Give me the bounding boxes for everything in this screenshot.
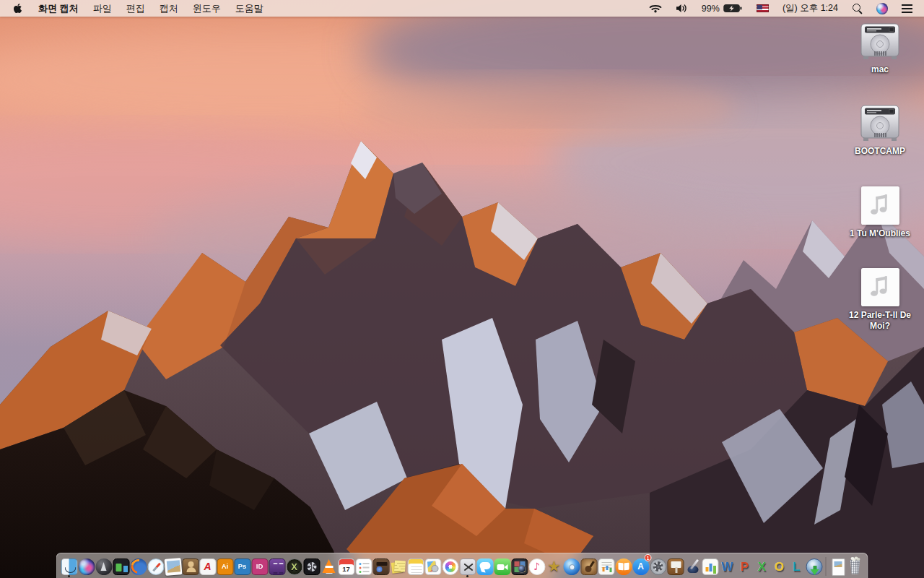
safari[interactable]	[147, 556, 165, 577]
numbers[interactable]	[702, 556, 719, 577]
document-file-icon	[829, 558, 846, 575]
outlook[interactable]: O	[771, 556, 788, 577]
toast-titanium-icon	[269, 558, 285, 575]
spotlight-icon	[852, 3, 863, 14]
vlc[interactable]	[321, 556, 338, 577]
lync[interactable]: L	[788, 556, 806, 577]
siri-icon	[876, 3, 888, 14]
x-media-app[interactable]: X	[286, 556, 303, 577]
input-language-us[interactable]	[752, 0, 773, 17]
print-shop-app[interactable]	[424, 556, 442, 577]
calendar-glyph: 17	[339, 559, 354, 574]
outlook-glyph: O	[771, 558, 788, 575]
spotlight-button[interactable]	[847, 0, 867, 17]
app-store-badge: 1	[645, 554, 652, 561]
documents-stack-app[interactable]	[598, 556, 615, 577]
turbo-encoder-app-icon	[303, 558, 320, 575]
turbo-encoder-app[interactable]	[303, 556, 321, 577]
desktop-icon-audio-file-1[interactable]: 1 Tu M'Oublies	[840, 186, 920, 268]
photoshop[interactable]: Ps	[234, 556, 251, 577]
desktop-icon-audio-file-12[interactable]: 12 Parle-T-Il De Moi?	[840, 268, 920, 350]
menu-편집[interactable]: 편집	[119, 0, 152, 17]
print-shop-app-icon	[424, 558, 441, 575]
indesign-glyph: ID	[252, 559, 267, 574]
battery-status[interactable]: 99%	[697, 0, 747, 17]
illustrator-glyph: Ai	[217, 559, 232, 574]
siri[interactable]	[78, 556, 95, 577]
lync-icon: L	[788, 558, 805, 575]
apple-logo-icon	[13, 3, 22, 14]
contacts[interactable]	[182, 556, 199, 577]
illustrator[interactable]: Ai	[217, 556, 234, 577]
notification-center-button[interactable]	[897, 0, 917, 17]
desktop-icon-bootcamp[interactable]: BOOTCAMP	[840, 105, 920, 186]
ibooks[interactable]	[615, 556, 632, 577]
audio-file-icon	[861, 268, 899, 306]
stickies-icon	[390, 558, 406, 575]
notes[interactable]	[407, 556, 424, 577]
keynote[interactable]	[667, 556, 684, 577]
menu-파일[interactable]: 파일	[86, 0, 119, 17]
volume-icon[interactable]	[671, 0, 692, 17]
apple-menu[interactable]	[7, 3, 31, 14]
indesign-icon: ID	[251, 558, 268, 575]
calendar[interactable]: 17	[338, 556, 355, 577]
document-file[interactable]	[829, 556, 847, 577]
acrobat-reader[interactable]: A	[199, 556, 217, 577]
print-box-app-icon	[372, 558, 389, 575]
siri-button[interactable]	[872, 0, 892, 17]
messages-icon	[476, 558, 493, 575]
audio-file-icon	[861, 186, 899, 225]
grab-screen-capture[interactable]	[459, 556, 476, 577]
itunes[interactable]: ♪	[528, 556, 546, 577]
finder-icon	[61, 558, 77, 575]
window-tiles-app[interactable]	[113, 556, 130, 577]
powerpoint[interactable]: P	[736, 556, 754, 577]
photos[interactable]	[442, 556, 459, 577]
excel[interactable]: X	[754, 556, 771, 577]
word[interactable]: W	[719, 556, 736, 577]
garageband[interactable]	[580, 556, 598, 577]
reminders[interactable]	[355, 556, 372, 577]
menu-윈도우[interactable]: 윈도우	[186, 0, 228, 17]
notification-center-icon	[902, 4, 912, 13]
web-download-app[interactable]	[806, 556, 823, 577]
photo-booth[interactable]	[511, 556, 528, 577]
preview[interactable]	[165, 556, 182, 577]
menu-bar-status: 99% (일) 오후 1:24	[645, 0, 917, 17]
system-preferences-icon	[650, 558, 666, 575]
documents-stack-app-icon	[598, 558, 614, 575]
menu-app-name[interactable]: 화면 캡처	[31, 0, 86, 17]
word-glyph: W	[719, 558, 736, 575]
stickies[interactable]	[390, 556, 407, 577]
facetime[interactable]	[494, 556, 511, 577]
keynote-icon	[667, 558, 684, 575]
menu-캡처[interactable]: 캡처	[152, 0, 186, 17]
system-preferences[interactable]	[650, 556, 667, 577]
excel-glyph: X	[754, 558, 770, 575]
dvd-player[interactable]	[563, 556, 580, 577]
firefox[interactable]	[130, 556, 147, 577]
wifi-icon[interactable]	[645, 0, 666, 17]
window-tiles-app-icon	[113, 558, 129, 575]
menu-도움말[interactable]: 도움말	[228, 0, 271, 17]
hard-drive-icon	[859, 23, 901, 61]
desktop: 화면 캡처 파일편집캡처윈도우도움말 99%	[0, 0, 924, 578]
desktop-icon-mac[interactable]: mac	[840, 23, 920, 105]
launchpad[interactable]	[95, 556, 113, 577]
powerpoint-icon: P	[736, 558, 753, 575]
imovie[interactable]: ★	[546, 556, 563, 577]
trash-full[interactable]	[847, 556, 864, 577]
pages[interactable]	[684, 556, 702, 577]
print-box-app[interactable]	[372, 556, 390, 577]
finder[interactable]	[61, 556, 78, 577]
itunes-icon: ♪	[528, 558, 545, 575]
indesign[interactable]: ID	[251, 556, 269, 577]
toast-titanium[interactable]	[269, 556, 286, 577]
notes-icon	[407, 558, 424, 575]
messages[interactable]	[476, 556, 494, 577]
app-store[interactable]: A1	[632, 556, 650, 577]
lync-glyph: L	[788, 558, 805, 575]
clock[interactable]: (일) 오후 1:24	[778, 0, 842, 17]
acrobat-reader-icon: A	[199, 558, 216, 575]
